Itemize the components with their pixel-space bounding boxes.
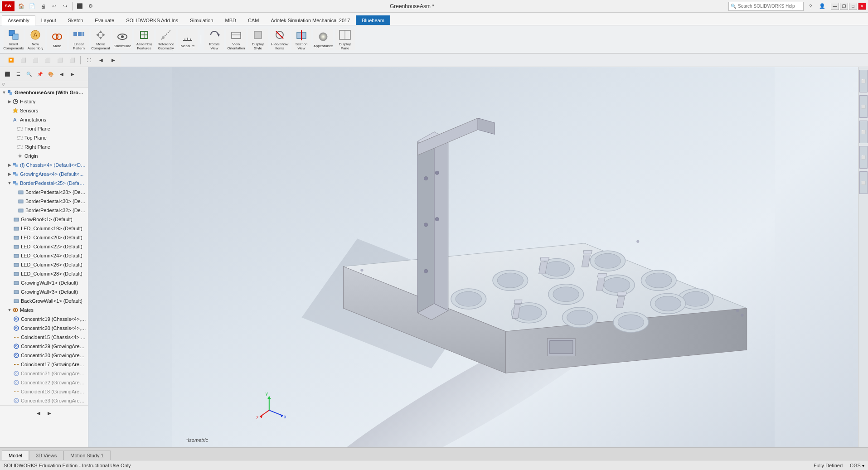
reference-geometry-button[interactable]: ReferenceGeometry [156, 29, 176, 50]
tab-evaluate[interactable]: Evaluate [89, 15, 120, 25]
tree-scroll-right[interactable]: ▶ [44, 407, 55, 418]
tree-item-led26[interactable]: LED_Column<26> (Default) [0, 260, 88, 269]
tree-item-bp28[interactable]: ▶ BorderPedestal<28> (Default) [0, 188, 88, 197]
close-button[interactable]: ✕ [858, 3, 866, 10]
linear-pattern-button[interactable]: LinearPattern [69, 29, 89, 50]
tree-pin-btn[interactable]: 📌 [34, 68, 45, 79]
tree-item-concentric31[interactable]: Concentric31 (GrowingArea... [0, 369, 88, 378]
tree-root[interactable]: ▼ GreenhouseAsm (With Grow Wa... [0, 88, 88, 97]
tree-item-concentric20[interactable]: Concentric20 (Chassis<4>,G... [0, 324, 88, 333]
tab-motion-study[interactable]: Motion Study 1 [63, 451, 110, 460]
tree-item-bp25[interactable]: ▼ BorderPedestal<25> (Defaul... [0, 179, 88, 188]
tree-item-annotations[interactable]: ▶ A Annotations [0, 115, 88, 124]
options-button[interactable]: ⬛ [75, 1, 85, 11]
tree-item-coincident15[interactable]: Coincident15 (Chassis<4>,G... [0, 333, 88, 342]
filter-planes[interactable]: ⬜ [54, 55, 65, 66]
tab-simulation[interactable]: Simulation [184, 15, 219, 25]
units-dropdown[interactable]: ▾ [862, 463, 864, 468]
tree-item-coincident18[interactable]: Coincident18 (GrowingArea... [0, 387, 88, 396]
tree-item-coincident17[interactable]: Coincident17 (GrowingArea... [0, 360, 88, 369]
tab-cam[interactable]: CAM [242, 15, 265, 25]
home-button[interactable]: 🏠 [16, 1, 26, 11]
tab-solidworks-addins[interactable]: SOLIDWORKS Add-Ins [120, 15, 184, 25]
tab-model[interactable]: Model [2, 451, 29, 460]
tree-prev-btn[interactable]: ◀ [56, 68, 67, 79]
tree-next-btn[interactable]: ▶ [67, 68, 78, 79]
view-orient-button[interactable]: ViewOrientation [226, 29, 246, 50]
tree-item-concentric32[interactable]: Concentric32 (GrowingArea... [0, 378, 88, 387]
filter-annotations[interactable]: ⬜ [67, 55, 78, 66]
help-icon[interactable]: ? [805, 1, 815, 11]
tree-item-led22[interactable]: LED_Column<22> (Default) [0, 242, 88, 251]
rotate-view-button[interactable]: RotateView [204, 29, 224, 50]
viewport[interactable]: 3. [88, 67, 858, 447]
search-bar[interactable]: 🔍 [728, 2, 804, 11]
hide-show-items-button[interactable]: Hide/ShowItems [270, 29, 290, 50]
measure-button[interactable]: Measure [178, 29, 198, 50]
right-panel-btn4[interactable]: ⬜ [859, 146, 868, 169]
mate-button[interactable]: Mate [47, 29, 67, 50]
tree-filter-btn[interactable]: ⬛ [2, 68, 13, 79]
tree-scroll-left[interactable]: ◀ [33, 407, 44, 418]
filter-features[interactable]: ⬜ [30, 55, 41, 66]
tree-item-backgrowwall1[interactable]: BackGrowWall<1> (Default) [0, 296, 88, 305]
new-assembly-button[interactable]: A NewAssembly [25, 29, 45, 50]
tab-mbd[interactable]: MBD [219, 15, 242, 25]
tree-item-chassis[interactable]: ▶ (f) Chassis<4> (Default<<De... [0, 160, 88, 170]
tab-adotek[interactable]: Adotek Simulation Mechanical 2017 [265, 15, 356, 25]
tree-item-concentric33[interactable]: Concentric33 (GrowingArea... [0, 396, 88, 405]
tree-search-btn[interactable]: 🔍 [24, 68, 34, 79]
tree-item-history[interactable]: ▶ History [0, 97, 88, 106]
user-icon[interactable]: 👤 [817, 1, 827, 11]
tree-item-growingwall3[interactable]: GrowingWall<3> (Default) [0, 287, 88, 296]
filter-sketches[interactable]: ⬜ [42, 55, 53, 66]
tree-item-led28[interactable]: LED_Column<28> (Default) [0, 269, 88, 278]
tree-item-right-plane[interactable]: ▶ Right Plane [0, 142, 88, 151]
right-panel-btn5[interactable]: ⬜ [859, 171, 868, 194]
display-pane-button[interactable]: DisplayPane [335, 29, 355, 50]
filter-components[interactable]: ⬜ [18, 55, 29, 66]
undo-button[interactable]: ↩ [49, 1, 59, 11]
tree-item-growroof[interactable]: GrowRoof<1> (Default) [0, 215, 88, 224]
show-hide-button[interactable]: Show/Hide [112, 29, 132, 50]
filter-btn[interactable]: 🔽 [5, 55, 16, 66]
restore-button[interactable]: ❐ [840, 3, 848, 10]
tree-item-top-plane[interactable]: ▶ Top Plane [0, 133, 88, 142]
tree-color-btn[interactable]: 🎨 [45, 68, 56, 79]
minimize-button[interactable]: — [831, 3, 839, 10]
move-component-button[interactable]: MoveComponent [91, 29, 111, 50]
new-button[interactable]: 📄 [27, 1, 37, 11]
zoom-extent-btn[interactable]: ⛶ [83, 55, 94, 66]
section-view-button[interactable]: SectionView [291, 29, 311, 50]
tab-3d-views[interactable]: 3D Views [29, 451, 63, 460]
tree-item-concentric30[interactable]: Concentric30 (GrowingArea... [0, 351, 88, 360]
tree-item-led20[interactable]: LED_Column<20> (Default) [0, 233, 88, 242]
insert-components-button[interactable]: InsertComponents [4, 29, 24, 50]
tree-item-bp32[interactable]: ▶ BorderPedestal<32> (Default) [0, 206, 88, 215]
tree-item-growingarea[interactable]: ▶ GrowingArea<4> (Default<... [0, 170, 88, 179]
tree-item-growingwall1[interactable]: GrowingWall<1> (Default) [0, 278, 88, 287]
tree-item-bp30[interactable]: ▶ BorderPedestal<30> (Default) [0, 197, 88, 206]
tree-item-led19[interactable]: LED_Column<19> (Default) [0, 224, 88, 233]
tree-list-btn[interactable]: ☰ [13, 68, 24, 79]
right-panel-btn1[interactable]: ⬜ [859, 70, 868, 92]
tree-item-concentric29[interactable]: Concentric29 (GrowingArea... [0, 342, 88, 351]
search-input[interactable] [738, 4, 801, 9]
tree-item-concentric19[interactable]: Concentric19 (Chassis<4>,G... [0, 315, 88, 324]
tab-layout[interactable]: Layout [35, 15, 62, 25]
display-style-button[interactable]: DisplayStyle [248, 29, 268, 50]
maximize-button[interactable]: □ [849, 3, 857, 10]
tree-item-origin[interactable]: ▶ Origin [0, 151, 88, 160]
settings-button[interactable]: ⚙ [86, 1, 96, 11]
tree-item-sensors[interactable]: ▶ Sensors [0, 106, 88, 115]
redo-button[interactable]: ↪ [60, 1, 70, 11]
tree-item-led24[interactable]: LED_Column<24> (Default) [0, 251, 88, 260]
appearance-button[interactable]: Appearance [313, 29, 333, 50]
next-btn[interactable]: ▶ [108, 55, 119, 66]
right-panel-btn2[interactable]: ⬜ [859, 95, 868, 118]
prev-btn[interactable]: ◀ [96, 55, 107, 66]
print-button[interactable]: 🖨 [38, 1, 48, 11]
tree-item-mates[interactable]: ▼ Mates [0, 305, 88, 315]
tree-item-front-plane[interactable]: ▶ Front Plane [0, 124, 88, 133]
right-panel-btn3[interactable]: ⬜ [859, 121, 868, 143]
